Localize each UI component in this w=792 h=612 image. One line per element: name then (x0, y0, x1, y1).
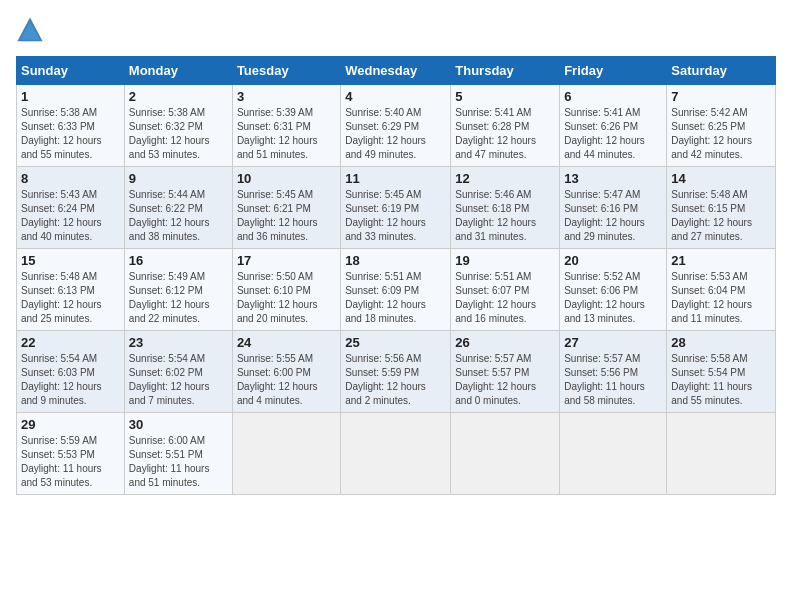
day-detail: Sunrise: 5:45 AM Sunset: 6:21 PM Dayligh… (237, 188, 336, 244)
calendar-cell: 2Sunrise: 5:38 AM Sunset: 6:32 PM Daylig… (124, 85, 232, 167)
calendar-week-3: 15Sunrise: 5:48 AM Sunset: 6:13 PM Dayli… (17, 249, 776, 331)
calendar-cell: 25Sunrise: 5:56 AM Sunset: 5:59 PM Dayli… (341, 331, 451, 413)
header-sunday: Sunday (17, 57, 125, 85)
calendar-cell: 18Sunrise: 5:51 AM Sunset: 6:09 PM Dayli… (341, 249, 451, 331)
day-detail: Sunrise: 5:38 AM Sunset: 6:32 PM Dayligh… (129, 106, 228, 162)
day-number: 10 (237, 171, 336, 186)
day-number: 22 (21, 335, 120, 350)
calendar-cell: 23Sunrise: 5:54 AM Sunset: 6:02 PM Dayli… (124, 331, 232, 413)
calendar-cell: 4Sunrise: 5:40 AM Sunset: 6:29 PM Daylig… (341, 85, 451, 167)
calendar-cell: 24Sunrise: 5:55 AM Sunset: 6:00 PM Dayli… (232, 331, 340, 413)
calendar-cell: 19Sunrise: 5:51 AM Sunset: 6:07 PM Dayli… (451, 249, 560, 331)
calendar-cell: 10Sunrise: 5:45 AM Sunset: 6:21 PM Dayli… (232, 167, 340, 249)
day-detail: Sunrise: 5:54 AM Sunset: 6:03 PM Dayligh… (21, 352, 120, 408)
calendar-cell: 9Sunrise: 5:44 AM Sunset: 6:22 PM Daylig… (124, 167, 232, 249)
calendar-cell: 28Sunrise: 5:58 AM Sunset: 5:54 PM Dayli… (667, 331, 776, 413)
day-detail: Sunrise: 5:41 AM Sunset: 6:28 PM Dayligh… (455, 106, 555, 162)
calendar-cell: 16Sunrise: 5:49 AM Sunset: 6:12 PM Dayli… (124, 249, 232, 331)
calendar-cell (560, 413, 667, 495)
day-detail: Sunrise: 5:41 AM Sunset: 6:26 PM Dayligh… (564, 106, 662, 162)
day-detail: Sunrise: 5:39 AM Sunset: 6:31 PM Dayligh… (237, 106, 336, 162)
logo-icon (16, 16, 44, 44)
day-number: 16 (129, 253, 228, 268)
header-friday: Friday (560, 57, 667, 85)
day-number: 19 (455, 253, 555, 268)
day-detail: Sunrise: 5:43 AM Sunset: 6:24 PM Dayligh… (21, 188, 120, 244)
calendar-week-2: 8Sunrise: 5:43 AM Sunset: 6:24 PM Daylig… (17, 167, 776, 249)
day-number: 26 (455, 335, 555, 350)
day-detail: Sunrise: 5:49 AM Sunset: 6:12 PM Dayligh… (129, 270, 228, 326)
calendar-cell: 3Sunrise: 5:39 AM Sunset: 6:31 PM Daylig… (232, 85, 340, 167)
day-number: 24 (237, 335, 336, 350)
day-detail: Sunrise: 5:56 AM Sunset: 5:59 PM Dayligh… (345, 352, 446, 408)
calendar-week-4: 22Sunrise: 5:54 AM Sunset: 6:03 PM Dayli… (17, 331, 776, 413)
day-detail: Sunrise: 5:57 AM Sunset: 5:57 PM Dayligh… (455, 352, 555, 408)
day-number: 9 (129, 171, 228, 186)
calendar-cell: 21Sunrise: 5:53 AM Sunset: 6:04 PM Dayli… (667, 249, 776, 331)
calendar-cell (232, 413, 340, 495)
day-detail: Sunrise: 5:53 AM Sunset: 6:04 PM Dayligh… (671, 270, 771, 326)
day-number: 5 (455, 89, 555, 104)
day-number: 27 (564, 335, 662, 350)
calendar-cell: 5Sunrise: 5:41 AM Sunset: 6:28 PM Daylig… (451, 85, 560, 167)
day-detail: Sunrise: 5:48 AM Sunset: 6:15 PM Dayligh… (671, 188, 771, 244)
calendar-cell: 20Sunrise: 5:52 AM Sunset: 6:06 PM Dayli… (560, 249, 667, 331)
header-wednesday: Wednesday (341, 57, 451, 85)
header-monday: Monday (124, 57, 232, 85)
calendar-cell: 27Sunrise: 5:57 AM Sunset: 5:56 PM Dayli… (560, 331, 667, 413)
header-thursday: Thursday (451, 57, 560, 85)
calendar-cell: 11Sunrise: 5:45 AM Sunset: 6:19 PM Dayli… (341, 167, 451, 249)
day-number: 2 (129, 89, 228, 104)
day-detail: Sunrise: 5:54 AM Sunset: 6:02 PM Dayligh… (129, 352, 228, 408)
calendar-cell: 12Sunrise: 5:46 AM Sunset: 6:18 PM Dayli… (451, 167, 560, 249)
day-number: 30 (129, 417, 228, 432)
day-detail: Sunrise: 5:40 AM Sunset: 6:29 PM Dayligh… (345, 106, 446, 162)
day-number: 1 (21, 89, 120, 104)
calendar-cell: 8Sunrise: 5:43 AM Sunset: 6:24 PM Daylig… (17, 167, 125, 249)
day-number: 20 (564, 253, 662, 268)
calendar-cell: 14Sunrise: 5:48 AM Sunset: 6:15 PM Dayli… (667, 167, 776, 249)
day-number: 13 (564, 171, 662, 186)
day-detail: Sunrise: 5:55 AM Sunset: 6:00 PM Dayligh… (237, 352, 336, 408)
day-number: 29 (21, 417, 120, 432)
day-detail: Sunrise: 5:45 AM Sunset: 6:19 PM Dayligh… (345, 188, 446, 244)
day-detail: Sunrise: 5:58 AM Sunset: 5:54 PM Dayligh… (671, 352, 771, 408)
day-number: 25 (345, 335, 446, 350)
day-detail: Sunrise: 5:52 AM Sunset: 6:06 PM Dayligh… (564, 270, 662, 326)
calendar-cell (667, 413, 776, 495)
logo (16, 16, 48, 44)
day-number: 3 (237, 89, 336, 104)
page-header (16, 16, 776, 44)
day-detail: Sunrise: 5:44 AM Sunset: 6:22 PM Dayligh… (129, 188, 228, 244)
calendar-cell: 26Sunrise: 5:57 AM Sunset: 5:57 PM Dayli… (451, 331, 560, 413)
calendar-cell: 30Sunrise: 6:00 AM Sunset: 5:51 PM Dayli… (124, 413, 232, 495)
calendar-cell: 17Sunrise: 5:50 AM Sunset: 6:10 PM Dayli… (232, 249, 340, 331)
calendar-cell: 15Sunrise: 5:48 AM Sunset: 6:13 PM Dayli… (17, 249, 125, 331)
day-number: 23 (129, 335, 228, 350)
day-number: 15 (21, 253, 120, 268)
calendar-cell: 13Sunrise: 5:47 AM Sunset: 6:16 PM Dayli… (560, 167, 667, 249)
calendar-week-5: 29Sunrise: 5:59 AM Sunset: 5:53 PM Dayli… (17, 413, 776, 495)
header-saturday: Saturday (667, 57, 776, 85)
calendar-cell: 29Sunrise: 5:59 AM Sunset: 5:53 PM Dayli… (17, 413, 125, 495)
day-detail: Sunrise: 5:47 AM Sunset: 6:16 PM Dayligh… (564, 188, 662, 244)
header-tuesday: Tuesday (232, 57, 340, 85)
calendar-cell: 1Sunrise: 5:38 AM Sunset: 6:33 PM Daylig… (17, 85, 125, 167)
day-number: 12 (455, 171, 555, 186)
day-number: 17 (237, 253, 336, 268)
day-number: 18 (345, 253, 446, 268)
calendar-cell: 6Sunrise: 5:41 AM Sunset: 6:26 PM Daylig… (560, 85, 667, 167)
day-detail: Sunrise: 5:57 AM Sunset: 5:56 PM Dayligh… (564, 352, 662, 408)
day-number: 14 (671, 171, 771, 186)
day-number: 4 (345, 89, 446, 104)
day-detail: Sunrise: 5:50 AM Sunset: 6:10 PM Dayligh… (237, 270, 336, 326)
day-detail: Sunrise: 5:51 AM Sunset: 6:07 PM Dayligh… (455, 270, 555, 326)
day-detail: Sunrise: 6:00 AM Sunset: 5:51 PM Dayligh… (129, 434, 228, 490)
day-number: 21 (671, 253, 771, 268)
calendar-cell: 22Sunrise: 5:54 AM Sunset: 6:03 PM Dayli… (17, 331, 125, 413)
calendar-table: SundayMondayTuesdayWednesdayThursdayFrid… (16, 56, 776, 495)
day-number: 7 (671, 89, 771, 104)
calendar-week-1: 1Sunrise: 5:38 AM Sunset: 6:33 PM Daylig… (17, 85, 776, 167)
day-number: 28 (671, 335, 771, 350)
calendar-cell (451, 413, 560, 495)
